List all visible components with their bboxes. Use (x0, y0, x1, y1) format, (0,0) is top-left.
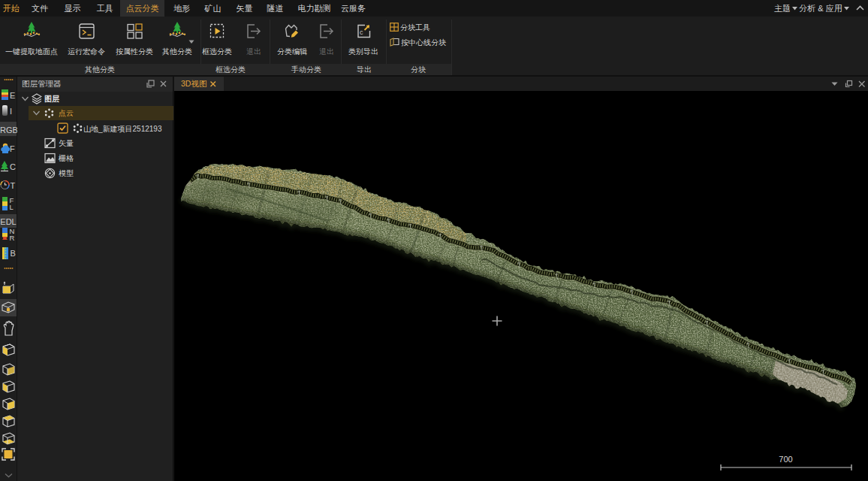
svg-text:L: L (10, 203, 14, 211)
svg-text:I: I (10, 107, 12, 116)
svg-text:T: T (11, 181, 16, 190)
svg-text:F: F (10, 144, 15, 153)
svg-text:B: B (11, 249, 16, 258)
svg-text:C: C (10, 162, 16, 171)
svg-text:c: c (360, 28, 363, 35)
svg-text:R: R (10, 234, 15, 242)
svg-text:E: E (10, 91, 15, 100)
